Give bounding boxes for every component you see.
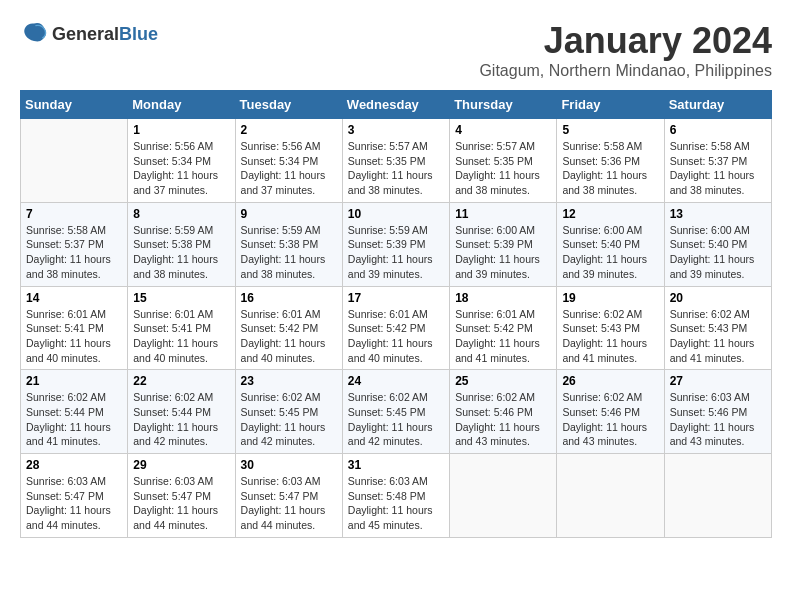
cell-sun-info: Sunrise: 5:57 AMSunset: 5:35 PMDaylight:…	[348, 139, 444, 198]
location-subtitle: Gitagum, Northern Mindanao, Philippines	[479, 62, 772, 80]
calendar-cell: 19Sunrise: 6:02 AMSunset: 5:43 PMDayligh…	[557, 286, 664, 370]
day-number: 23	[241, 374, 337, 388]
calendar-cell: 12Sunrise: 6:00 AMSunset: 5:40 PMDayligh…	[557, 202, 664, 286]
cell-sun-info: Sunrise: 5:56 AMSunset: 5:34 PMDaylight:…	[241, 139, 337, 198]
logo: GeneralBlue	[20, 20, 158, 48]
calendar-cell: 30Sunrise: 6:03 AMSunset: 5:47 PMDayligh…	[235, 454, 342, 538]
day-number: 16	[241, 291, 337, 305]
cell-sun-info: Sunrise: 6:02 AMSunset: 5:44 PMDaylight:…	[133, 390, 229, 449]
cell-sun-info: Sunrise: 6:01 AMSunset: 5:42 PMDaylight:…	[348, 307, 444, 366]
calendar-cell: 27Sunrise: 6:03 AMSunset: 5:46 PMDayligh…	[664, 370, 771, 454]
calendar-week-row: 14Sunrise: 6:01 AMSunset: 5:41 PMDayligh…	[21, 286, 772, 370]
day-number: 3	[348, 123, 444, 137]
cell-sun-info: Sunrise: 5:56 AMSunset: 5:34 PMDaylight:…	[133, 139, 229, 198]
calendar-cell	[450, 454, 557, 538]
weekday-header-saturday: Saturday	[664, 91, 771, 119]
day-number: 9	[241, 207, 337, 221]
day-number: 27	[670, 374, 766, 388]
calendar-cell: 7Sunrise: 5:58 AMSunset: 5:37 PMDaylight…	[21, 202, 128, 286]
day-number: 5	[562, 123, 658, 137]
calendar-cell: 18Sunrise: 6:01 AMSunset: 5:42 PMDayligh…	[450, 286, 557, 370]
calendar-cell: 23Sunrise: 6:02 AMSunset: 5:45 PMDayligh…	[235, 370, 342, 454]
cell-sun-info: Sunrise: 6:01 AMSunset: 5:42 PMDaylight:…	[241, 307, 337, 366]
calendar-cell: 15Sunrise: 6:01 AMSunset: 5:41 PMDayligh…	[128, 286, 235, 370]
calendar-cell: 25Sunrise: 6:02 AMSunset: 5:46 PMDayligh…	[450, 370, 557, 454]
cell-sun-info: Sunrise: 6:03 AMSunset: 5:47 PMDaylight:…	[26, 474, 122, 533]
cell-sun-info: Sunrise: 5:59 AMSunset: 5:38 PMDaylight:…	[133, 223, 229, 282]
cell-sun-info: Sunrise: 6:02 AMSunset: 5:45 PMDaylight:…	[241, 390, 337, 449]
cell-sun-info: Sunrise: 6:03 AMSunset: 5:47 PMDaylight:…	[241, 474, 337, 533]
calendar-cell: 2Sunrise: 5:56 AMSunset: 5:34 PMDaylight…	[235, 119, 342, 203]
day-number: 18	[455, 291, 551, 305]
day-number: 30	[241, 458, 337, 472]
calendar-cell: 4Sunrise: 5:57 AMSunset: 5:35 PMDaylight…	[450, 119, 557, 203]
cell-sun-info: Sunrise: 5:59 AMSunset: 5:38 PMDaylight:…	[241, 223, 337, 282]
calendar-cell: 6Sunrise: 5:58 AMSunset: 5:37 PMDaylight…	[664, 119, 771, 203]
day-number: 13	[670, 207, 766, 221]
page-header: GeneralBlue January 2024 Gitagum, Northe…	[20, 20, 772, 80]
day-number: 28	[26, 458, 122, 472]
cell-sun-info: Sunrise: 5:58 AMSunset: 5:37 PMDaylight:…	[26, 223, 122, 282]
calendar-cell: 22Sunrise: 6:02 AMSunset: 5:44 PMDayligh…	[128, 370, 235, 454]
day-number: 17	[348, 291, 444, 305]
day-number: 6	[670, 123, 766, 137]
day-number: 21	[26, 374, 122, 388]
calendar-cell	[21, 119, 128, 203]
day-number: 25	[455, 374, 551, 388]
day-number: 10	[348, 207, 444, 221]
cell-sun-info: Sunrise: 6:01 AMSunset: 5:41 PMDaylight:…	[26, 307, 122, 366]
cell-sun-info: Sunrise: 6:02 AMSunset: 5:43 PMDaylight:…	[670, 307, 766, 366]
cell-sun-info: Sunrise: 6:02 AMSunset: 5:45 PMDaylight:…	[348, 390, 444, 449]
day-number: 8	[133, 207, 229, 221]
calendar-cell: 24Sunrise: 6:02 AMSunset: 5:45 PMDayligh…	[342, 370, 449, 454]
title-section: January 2024 Gitagum, Northern Mindanao,…	[479, 20, 772, 80]
logo-general: General	[52, 24, 119, 44]
calendar-cell	[557, 454, 664, 538]
cell-sun-info: Sunrise: 5:58 AMSunset: 5:37 PMDaylight:…	[670, 139, 766, 198]
weekday-header-row: SundayMondayTuesdayWednesdayThursdayFrid…	[21, 91, 772, 119]
calendar-cell: 11Sunrise: 6:00 AMSunset: 5:39 PMDayligh…	[450, 202, 557, 286]
weekday-header-sunday: Sunday	[21, 91, 128, 119]
cell-sun-info: Sunrise: 6:01 AMSunset: 5:41 PMDaylight:…	[133, 307, 229, 366]
calendar-week-row: 21Sunrise: 6:02 AMSunset: 5:44 PMDayligh…	[21, 370, 772, 454]
calendar-cell: 14Sunrise: 6:01 AMSunset: 5:41 PMDayligh…	[21, 286, 128, 370]
day-number: 2	[241, 123, 337, 137]
cell-sun-info: Sunrise: 6:02 AMSunset: 5:46 PMDaylight:…	[455, 390, 551, 449]
calendar-cell: 29Sunrise: 6:03 AMSunset: 5:47 PMDayligh…	[128, 454, 235, 538]
month-year-title: January 2024	[479, 20, 772, 62]
day-number: 31	[348, 458, 444, 472]
cell-sun-info: Sunrise: 6:03 AMSunset: 5:48 PMDaylight:…	[348, 474, 444, 533]
calendar-cell: 31Sunrise: 6:03 AMSunset: 5:48 PMDayligh…	[342, 454, 449, 538]
cell-sun-info: Sunrise: 6:03 AMSunset: 5:46 PMDaylight:…	[670, 390, 766, 449]
calendar-week-row: 28Sunrise: 6:03 AMSunset: 5:47 PMDayligh…	[21, 454, 772, 538]
cell-sun-info: Sunrise: 6:01 AMSunset: 5:42 PMDaylight:…	[455, 307, 551, 366]
day-number: 29	[133, 458, 229, 472]
calendar-cell	[664, 454, 771, 538]
calendar-cell: 9Sunrise: 5:59 AMSunset: 5:38 PMDaylight…	[235, 202, 342, 286]
logo-blue: Blue	[119, 24, 158, 44]
calendar-table: SundayMondayTuesdayWednesdayThursdayFrid…	[20, 90, 772, 538]
day-number: 22	[133, 374, 229, 388]
logo-icon	[20, 20, 48, 48]
calendar-week-row: 1Sunrise: 5:56 AMSunset: 5:34 PMDaylight…	[21, 119, 772, 203]
calendar-week-row: 7Sunrise: 5:58 AMSunset: 5:37 PMDaylight…	[21, 202, 772, 286]
cell-sun-info: Sunrise: 6:02 AMSunset: 5:44 PMDaylight:…	[26, 390, 122, 449]
cell-sun-info: Sunrise: 6:00 AMSunset: 5:40 PMDaylight:…	[670, 223, 766, 282]
day-number: 1	[133, 123, 229, 137]
weekday-header-monday: Monday	[128, 91, 235, 119]
day-number: 7	[26, 207, 122, 221]
calendar-cell: 16Sunrise: 6:01 AMSunset: 5:42 PMDayligh…	[235, 286, 342, 370]
cell-sun-info: Sunrise: 6:00 AMSunset: 5:39 PMDaylight:…	[455, 223, 551, 282]
day-number: 15	[133, 291, 229, 305]
weekday-header-friday: Friday	[557, 91, 664, 119]
calendar-cell: 1Sunrise: 5:56 AMSunset: 5:34 PMDaylight…	[128, 119, 235, 203]
calendar-cell: 10Sunrise: 5:59 AMSunset: 5:39 PMDayligh…	[342, 202, 449, 286]
day-number: 20	[670, 291, 766, 305]
calendar-cell: 20Sunrise: 6:02 AMSunset: 5:43 PMDayligh…	[664, 286, 771, 370]
cell-sun-info: Sunrise: 6:03 AMSunset: 5:47 PMDaylight:…	[133, 474, 229, 533]
day-number: 11	[455, 207, 551, 221]
cell-sun-info: Sunrise: 5:57 AMSunset: 5:35 PMDaylight:…	[455, 139, 551, 198]
calendar-cell: 8Sunrise: 5:59 AMSunset: 5:38 PMDaylight…	[128, 202, 235, 286]
weekday-header-thursday: Thursday	[450, 91, 557, 119]
weekday-header-wednesday: Wednesday	[342, 91, 449, 119]
